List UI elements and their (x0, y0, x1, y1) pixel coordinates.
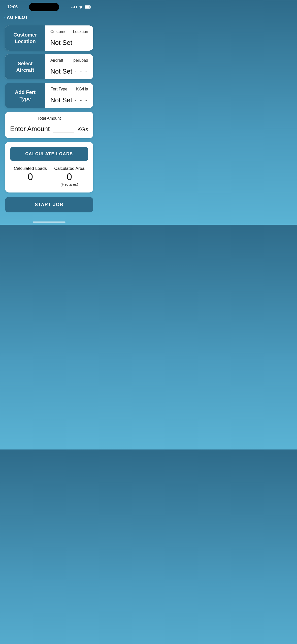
select-aircraft-btn-label: Select Aircraft (9, 60, 41, 73)
kg-unit-label: KGs (77, 126, 88, 133)
aircraft-value: Not Set (50, 68, 72, 75)
customer-label: Customer (50, 29, 68, 34)
signal-icon (71, 6, 77, 8)
customer-location-info: Customer Location Not Set - - - (45, 25, 93, 51)
svg-rect-1 (85, 6, 89, 8)
wifi-icon (79, 5, 83, 9)
calculated-area-label: Calculated Area (54, 166, 84, 171)
add-fert-type-btn-label: Add Fert Type (9, 89, 41, 102)
fert-type-label: Fert Type (50, 87, 67, 91)
dynamic-island (29, 3, 59, 11)
select-aircraft-card: Select Aircraft Aircraft perLoad Not Set… (5, 54, 93, 79)
back-button[interactable]: ‹ AG PILOT (4, 15, 28, 20)
amount-input[interactable] (53, 125, 75, 133)
status-time: 12:06 (7, 5, 18, 10)
total-amount-card: Total Amount Enter Amount KGs (5, 112, 93, 138)
home-indicator-bar (33, 221, 65, 223)
results-row: Calculated Loads 0 Calculated Area 0 (He… (10, 166, 88, 186)
total-amount-body: Enter Amount KGs (10, 125, 88, 133)
area-unit-label: (Hectares) (60, 182, 78, 186)
perload-label: perLoad (73, 58, 88, 63)
select-aircraft-button[interactable]: Select Aircraft (5, 54, 45, 79)
add-fert-type-button[interactable]: Add Fert Type (5, 83, 45, 108)
customer-location-card: Customer Location Customer Location Not … (5, 25, 93, 51)
location-dashes: - - - (75, 40, 88, 46)
enter-amount-label: Enter Amount (10, 125, 50, 133)
amount-input-wrapper (53, 125, 75, 133)
customer-location-button[interactable]: Customer Location (5, 25, 45, 51)
add-fert-type-card: Add Fert Type Fert Type KG/Ha Not Set - … (5, 83, 93, 108)
calculated-loads-label: Calculated Loads (14, 166, 47, 171)
add-fert-type-info: Fert Type KG/Ha Not Set - - - (45, 83, 93, 108)
calculated-loads-item: Calculated Loads 0 (14, 166, 47, 182)
svg-rect-2 (90, 7, 91, 8)
select-aircraft-info: Aircraft perLoad Not Set - - - (45, 54, 93, 79)
customer-location-btn-label: Customer Location (9, 31, 41, 45)
aircraft-label: Aircraft (50, 58, 63, 63)
fert-type-value: Not Set (50, 96, 72, 104)
nav-title: AG PILOT (7, 15, 28, 20)
calculated-area-item: Calculated Area 0 (Hectares) (54, 166, 84, 186)
status-icons (71, 5, 91, 9)
total-amount-title: Total Amount (10, 116, 88, 121)
status-bar: 12:06 (0, 0, 98, 13)
nav-bar: ‹ AG PILOT (0, 13, 98, 23)
calculated-loads-value: 0 (28, 172, 33, 182)
calculate-loads-button[interactable]: CALCULATE LOADS (10, 147, 88, 161)
fert-dashes: - - - (75, 97, 88, 104)
perload-dashes: - - - (75, 68, 88, 75)
kg-ha-label: KG/Ha (76, 87, 88, 91)
calculated-area-value: 0 (67, 172, 72, 182)
location-label: Location (73, 29, 88, 34)
start-job-button[interactable]: START JOB (5, 197, 93, 212)
main-content: Customer Location Customer Location Not … (0, 23, 98, 217)
calculate-card: CALCULATE LOADS Calculated Loads 0 Calcu… (5, 142, 93, 192)
customer-value: Not Set (50, 39, 72, 47)
home-indicator (0, 217, 98, 225)
battery-icon (85, 5, 91, 9)
back-chevron-icon: ‹ (4, 15, 6, 20)
